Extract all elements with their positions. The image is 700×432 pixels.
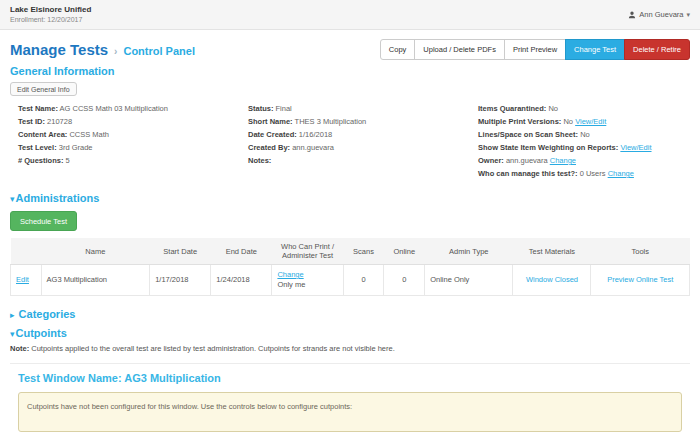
general-info-col1: Test Name: AG CCSS Math 03 Multiplicatio… <box>18 102 248 180</box>
col-online: Online <box>384 238 425 265</box>
col-edit <box>11 238 42 265</box>
administration-name: AG3 Multiplication <box>41 265 150 296</box>
change-test-button[interactable]: Change Test <box>565 39 625 60</box>
col-admin-type: Admin Type <box>425 238 513 265</box>
field-lines-space-scan-sheet: Lines/Space on Scan Sheet: No <box>478 128 690 141</box>
user-icon <box>628 11 636 19</box>
field-owner: Owner: ann.guevara Change <box>478 154 690 167</box>
col-tools: Tools <box>591 238 690 265</box>
change-owner-link[interactable]: Change <box>550 156 576 165</box>
cutpoints-note: Note: Cutpoints applied to the overall t… <box>10 344 690 354</box>
view-edit-weighting-link[interactable]: View/Edit <box>620 143 651 152</box>
field-created-by: Created By: ann.guevara <box>248 141 478 154</box>
enrollment-date: Enrollment: 12/20/2017 <box>10 15 91 24</box>
district-info: Lake Elsinore Unified Enrollment: 12/20/… <box>10 5 91 24</box>
field-status: Status: Final <box>248 102 478 115</box>
test-window-panel: Test Window Name: AG3 Multiplication Cut… <box>10 372 690 432</box>
change-who-can-print-link[interactable]: Change <box>277 270 303 279</box>
edit-administration-link[interactable]: Edit <box>16 275 29 284</box>
scans-count: 0 <box>343 265 384 296</box>
change-managers-link[interactable]: Change <box>608 169 634 178</box>
user-menu[interactable]: Ann Guevara ▾ <box>628 10 690 19</box>
field-test-id: Test ID: 210728 <box>18 115 248 128</box>
breadcrumb-manage-tests[interactable]: Manage Tests <box>10 41 108 58</box>
divider <box>10 363 690 364</box>
col-who-can-print: Who Can Print / Administer Test <box>272 238 343 265</box>
copy-button[interactable]: Copy <box>380 39 416 60</box>
online-count: 0 <box>384 265 425 296</box>
cutpoints-section-toggle[interactable]: ▾Cutpoints <box>10 327 690 339</box>
general-info-col3: Items Quarantined: No Multiple Print Ver… <box>478 102 690 180</box>
field-short-name: Short Name: THES 3 Multiplication <box>248 115 478 128</box>
general-information-heading: General Information <box>10 65 690 77</box>
field-state-item-weighting: Show State Item Weighting on Reports: Vi… <box>478 141 690 154</box>
col-end-date: End Date <box>211 238 272 265</box>
test-actions-toolbar: Copy Upload / Delete PDFs Print Preview … <box>380 39 690 60</box>
page-header: Manage Tests › Control Panel Copy Upload… <box>10 39 690 60</box>
breadcrumb-separator-icon: › <box>114 46 117 57</box>
general-info-grid: Test Name: AG CCSS Math 03 Multiplicatio… <box>10 102 690 180</box>
caret-down-icon: ▾ <box>10 194 15 204</box>
who-can-print-cell: ChangeOnly me <box>272 265 343 296</box>
cutpoints-warning-alert: Cutpoints have not been configured for t… <box>18 392 682 432</box>
administrations-section-toggle[interactable]: ▾Administrations <box>10 192 690 204</box>
administration-start-date: 1/17/2018 <box>150 265 211 296</box>
field-date-created: Date Created: 1/16/2018 <box>248 128 478 141</box>
upload-delete-pdfs-button[interactable]: Upload / Delete PDFs <box>414 39 505 60</box>
breadcrumb-control-panel[interactable]: Control Panel <box>123 45 195 57</box>
field-who-can-manage: Who can manage this test?: 0 Users Chang… <box>478 167 690 180</box>
administrations-table: Name Start Date End Date Who Can Print /… <box>10 238 690 296</box>
general-info-col2: Status: Final Short Name: THES 3 Multipl… <box>248 102 478 180</box>
field-items-quarantined: Items Quarantined: No <box>478 102 690 115</box>
district-name: Lake Elsinore Unified <box>10 5 91 15</box>
delete-retire-button[interactable]: Delete / Retire <box>624 39 690 60</box>
col-name: Name <box>41 238 150 265</box>
administrations-table-header-row: Name Start Date End Date Who Can Print /… <box>11 238 690 265</box>
user-name: Ann Guevara <box>639 10 683 19</box>
schedule-test-button[interactable]: Schedule Test <box>10 211 77 231</box>
edit-general-info-button[interactable]: Edit General Info <box>10 82 77 96</box>
col-test-materials: Test Materials <box>513 238 591 265</box>
administration-row: Edit AG3 Multiplication 1/17/2018 1/24/2… <box>11 265 690 296</box>
col-start-date: Start Date <box>150 238 211 265</box>
field-test-level: Test Level: 3rd Grade <box>18 141 248 154</box>
col-scans: Scans <box>343 238 384 265</box>
categories-section-toggle[interactable]: ▸ Categories <box>10 308 690 320</box>
chevron-down-icon: ▾ <box>686 11 690 19</box>
window-closed-link[interactable]: Window Closed <box>526 275 578 284</box>
field-num-questions: # Questions: 5 <box>18 154 248 167</box>
top-bar: Lake Elsinore Unified Enrollment: 12/20/… <box>0 0 700 30</box>
test-window-heading: Test Window Name: AG3 Multiplication <box>18 372 690 384</box>
preview-online-test-link[interactable]: Preview Online Test <box>607 275 673 284</box>
page: Lake Elsinore Unified Enrollment: 12/20/… <box>0 0 700 432</box>
field-test-name: Test Name: AG CCSS Math 03 Multiplicatio… <box>18 102 248 115</box>
admin-type: Online Only <box>425 265 513 296</box>
view-edit-print-versions-link[interactable]: View/Edit <box>575 117 606 126</box>
administration-end-date: 1/24/2018 <box>211 265 272 296</box>
caret-down-icon: ▾ <box>10 329 15 339</box>
field-content-area: Content Area: CCSS Math <box>18 128 248 141</box>
field-multiple-print-versions: Multiple Print Versions: No View/Edit <box>478 115 690 128</box>
field-notes: Notes: <box>248 154 478 167</box>
print-preview-button[interactable]: Print Preview <box>504 39 566 60</box>
caret-right-icon: ▸ <box>10 310 15 320</box>
breadcrumb: Manage Tests › Control Panel <box>10 41 195 58</box>
